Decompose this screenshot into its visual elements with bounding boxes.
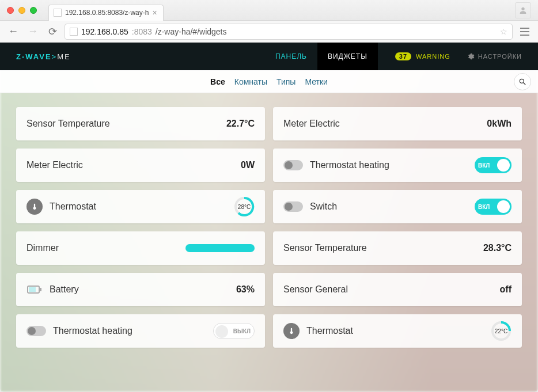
filter-types[interactable]: Типы [276,77,295,86]
thermometer-icon [26,199,43,215]
widget-switch[interactable]: Switch ВКЛ [273,190,522,223]
widget-meter-electric-w[interactable]: Meter Electric 0W [16,149,265,182]
back-button[interactable]: ← [6,24,21,39]
app-logo[interactable]: Z-WAVE>ME [16,52,71,61]
widget-label: Sensor Temperature [26,119,226,129]
toggle-knob-icon [215,325,228,338]
widget-dimmer[interactable]: Dimmer [16,231,265,265]
address-host: 192.168.0.85 [81,27,128,36]
widget-label: Dimmer [26,243,185,253]
thermometer-icon [283,323,300,339]
dimmer-slider[interactable] [185,244,255,252]
app-header: Z-WAVE>ME ПАНЕЛЬ ВИДЖЕТЫ 37 WARNING НАСТ… [0,43,538,70]
widget-label: Thermostat [306,326,491,336]
toggle-knob-icon [497,159,510,172]
widget-label: Sensor Temperature [283,243,483,253]
tab-title: 192.168.0.85:8083/z-way-h [65,9,149,17]
window-close-icon[interactable] [7,7,14,14]
svg-point-1 [520,79,524,83]
widget-label: Thermostat [50,201,234,212]
widget-label: Battery [50,284,236,295]
toggle-on-label: ВКЛ [478,204,490,210]
search-button[interactable] [514,73,531,90]
widget-label: Thermostat heating [310,160,475,170]
widget-battery[interactable]: Battery 63% [16,273,265,306]
power-toggle[interactable]: ВЫКЛ [213,323,255,339]
warning-count: 37 [395,52,411,60]
tab-close-icon[interactable]: × [152,9,157,17]
settings-label: НАСТРОЙКИ [478,53,522,60]
widget-label: Switch [310,201,475,212]
toggle-off-label: ВЫКЛ [233,328,251,334]
window-maximize-icon[interactable] [30,7,37,14]
reload-button[interactable]: ⟳ [45,24,60,39]
nav-widgets[interactable]: ВИДЖЕТЫ [317,43,378,70]
widget-value: 28.3°C [483,243,512,253]
widget-sensor-general[interactable]: Sensor General off [273,273,522,306]
filter-bar: Все Комнаты Типы Метки [0,70,538,93]
settings-link[interactable]: НАСТРОЙКИ [467,52,522,60]
warning-indicator[interactable]: 37 WARNING [395,52,450,60]
app-viewport: Z-WAVE>ME ПАНЕЛЬ ВИДЖЕТЫ 37 WARNING НАСТ… [0,43,538,392]
filter-all[interactable]: Все [210,77,225,86]
forward-button[interactable]: → [25,24,40,39]
widget-area: Sensor Temperature 22.7°C Meter Electric… [0,93,538,392]
address-path: /z-way-ha/#/widgets [156,27,227,36]
power-toggle[interactable]: ВКЛ [475,199,512,215]
warning-label: WARNING [416,53,450,60]
search-icon [518,78,526,86]
page-icon [70,28,78,36]
temperature-dial[interactable]: 28°C [234,196,255,217]
mode-toggle-icon[interactable] [283,160,303,170]
widget-value: 63% [236,284,255,295]
bookmark-star-icon[interactable]: ☆ [500,27,507,36]
widget-grid: Sensor Temperature 22.7°C Meter Electric… [16,107,522,348]
address-bar[interactable]: 192.168.0.85:8083/z-way-ha/#/widgets ☆ [65,24,513,40]
widget-label: Thermostat heating [53,326,213,336]
main-nav: ПАНЕЛЬ ВИДЖЕТЫ [265,43,378,70]
gear-icon [467,52,475,60]
widget-sensor-temperature-1[interactable]: Sensor Temperature 22.7°C [16,107,265,140]
toggle-on-label: ВКЛ [478,162,490,169]
widget-sensor-temperature-2[interactable]: Sensor Temperature 28.3°C [273,231,522,265]
browser-tab[interactable]: 192.168.0.85:8083/z-way-h × [48,5,164,21]
svg-rect-5 [40,288,41,291]
power-toggle[interactable]: ВКЛ [475,157,512,173]
mode-toggle-icon[interactable] [26,326,46,336]
browser-menu-button[interactable] [517,24,532,39]
widget-value: off [500,284,512,295]
window-minimize-icon[interactable] [18,7,25,14]
svg-line-2 [524,83,526,85]
widget-label: Meter Electric [283,119,487,129]
browser-profile-button[interactable] [515,2,531,18]
svg-point-0 [521,7,524,10]
widget-meter-electric-kwh[interactable]: Meter Electric 0kWh [273,107,522,140]
widget-thermostat-2[interactable]: Thermostat 22°C [273,314,522,348]
widget-thermostat-heating-on[interactable]: Thermostat heating ВКЛ [273,149,522,182]
mode-toggle-icon[interactable] [283,201,303,212]
widget-value: 0W [241,160,255,170]
widget-value: 22.7°C [226,119,255,129]
temperature-dial[interactable]: 22°C [491,321,512,341]
browser-titlebar: 192.168.0.85:8083/z-way-h × [0,0,538,21]
filter-rooms[interactable]: Комнаты [234,77,267,86]
widget-label: Meter Electric [26,160,241,170]
toggle-knob-icon [497,200,510,213]
widget-label: Sensor General [283,284,500,295]
window-controls [7,7,37,14]
widget-thermostat-heating-off[interactable]: Thermostat heating ВЫКЛ [16,314,265,348]
logo-brand: Z-WAVE [16,52,52,61]
filter-tags[interactable]: Метки [305,77,328,86]
widget-value: 0kWh [487,119,512,129]
browser-toolbar: ← → ⟳ 192.168.0.85:8083/z-way-ha/#/widge… [0,21,538,43]
address-port: :8083 [132,27,152,36]
battery-icon [26,281,43,298]
browser-window: 192.168.0.85:8083/z-way-h × ← → ⟳ 192.16… [0,0,538,392]
svg-rect-6 [29,287,36,292]
favicon-icon [54,9,62,17]
logo-suffix: ME [57,52,71,61]
nav-panel[interactable]: ПАНЕЛЬ [265,43,317,70]
widget-thermostat-1[interactable]: Thermostat 28°C [16,190,265,223]
